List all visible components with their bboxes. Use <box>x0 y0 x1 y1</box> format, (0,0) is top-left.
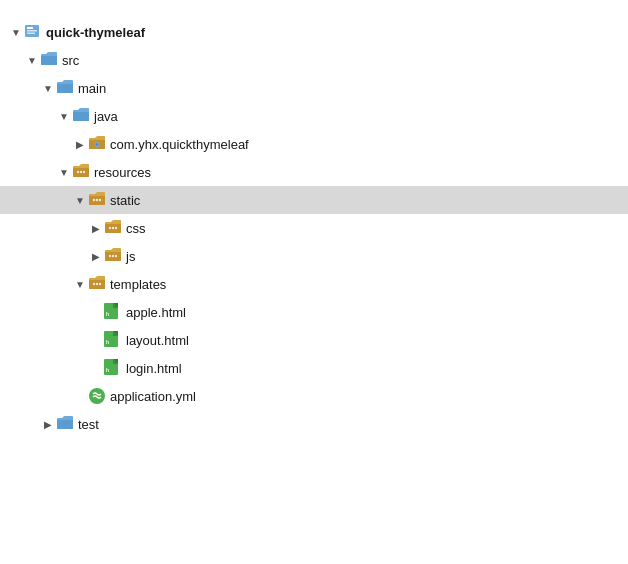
svg-point-15 <box>109 255 111 257</box>
toggle-resources[interactable] <box>56 164 72 180</box>
tree-row-layout.html[interactable]: h layout.html <box>0 326 628 354</box>
svg-point-18 <box>93 283 95 285</box>
svg-rect-2 <box>27 30 37 32</box>
svg-point-8 <box>83 171 85 173</box>
label-login.html: login.html <box>126 361 182 376</box>
svg-point-6 <box>77 171 79 173</box>
svg-text:h: h <box>106 367 109 373</box>
svg-rect-3 <box>27 33 35 35</box>
label-css: css <box>126 221 146 236</box>
label-main: main <box>78 81 106 96</box>
folder-static <box>88 191 106 209</box>
tree-row-css[interactable]: css <box>0 214 628 242</box>
tree-row-templates[interactable]: templates <box>0 270 628 298</box>
label-layout.html: layout.html <box>126 333 189 348</box>
tree-row-static[interactable]: static <box>0 186 628 214</box>
toggle-static[interactable] <box>72 192 88 208</box>
toggle-quick-thymeleaf[interactable] <box>8 24 24 40</box>
label-com.yhx.quickthymeleaf: com.yhx.quickthymeleaf <box>110 137 249 152</box>
tree-row-resources[interactable]: resources <box>0 158 628 186</box>
toggle-css[interactable] <box>88 220 104 236</box>
tree-row-js[interactable]: js <box>0 242 628 270</box>
tree-row-apple.html[interactable]: h apple.html <box>0 298 628 326</box>
tree-row-main[interactable]: main <box>0 74 628 102</box>
toggle-com.yhx.quickthymeleaf[interactable] <box>72 136 88 152</box>
toggle-main[interactable] <box>40 80 56 96</box>
svg-point-12 <box>109 227 111 229</box>
folder-blue <box>56 415 74 433</box>
label-src: src <box>62 53 79 68</box>
folder-package <box>88 135 106 153</box>
tree-row-com.yhx.quickthymeleaf[interactable]: com.yhx.quickthymeleaf <box>0 130 628 158</box>
label-java: java <box>94 109 118 124</box>
svg-point-20 <box>99 283 101 285</box>
svg-point-16 <box>112 255 114 257</box>
toggle-js[interactable] <box>88 248 104 264</box>
module-icon <box>24 23 42 41</box>
svg-point-19 <box>96 283 98 285</box>
toggle-java[interactable] <box>56 108 72 124</box>
folder-blue <box>56 79 74 97</box>
label-templates: templates <box>110 277 166 292</box>
label-application.yml: application.yml <box>110 389 196 404</box>
tree-row-application.yml[interactable]: application.yml <box>0 382 628 410</box>
svg-text:h: h <box>106 311 109 317</box>
label-quick-thymeleaf: quick-thymeleaf <box>46 25 145 40</box>
label-static: static <box>110 193 140 208</box>
tree-row-quick-thymeleaf[interactable]: quick-thymeleaf <box>0 18 628 46</box>
file-html: h <box>104 331 122 349</box>
label-test: test <box>78 417 99 432</box>
label-resources: resources <box>94 165 151 180</box>
folder-static <box>104 247 122 265</box>
folder-resources <box>72 163 90 181</box>
label-js: js <box>126 249 135 264</box>
file-yml <box>88 387 106 405</box>
svg-point-9 <box>93 199 95 201</box>
folder-blue <box>72 107 90 125</box>
folder-blue <box>40 51 58 69</box>
toggle-templates[interactable] <box>72 276 88 292</box>
svg-rect-1 <box>27 27 33 29</box>
svg-point-13 <box>112 227 114 229</box>
folder-templates <box>88 275 106 293</box>
svg-point-14 <box>115 227 117 229</box>
file-html: h <box>104 359 122 377</box>
file-tree: quick-thymeleaf src main java com.yhx.qu… <box>0 10 628 446</box>
tree-row-login.html[interactable]: h login.html <box>0 354 628 382</box>
svg-point-17 <box>115 255 117 257</box>
tree-row-src[interactable]: src <box>0 46 628 74</box>
toggle-src[interactable] <box>24 52 40 68</box>
svg-point-5 <box>96 143 98 145</box>
svg-point-7 <box>80 171 82 173</box>
svg-text:h: h <box>106 339 109 345</box>
tree-row-test[interactable]: test <box>0 410 628 438</box>
svg-point-11 <box>99 199 101 201</box>
toggle-test[interactable] <box>40 416 56 432</box>
file-html: h <box>104 303 122 321</box>
label-apple.html: apple.html <box>126 305 186 320</box>
tree-row-java[interactable]: java <box>0 102 628 130</box>
svg-point-10 <box>96 199 98 201</box>
folder-static <box>104 219 122 237</box>
